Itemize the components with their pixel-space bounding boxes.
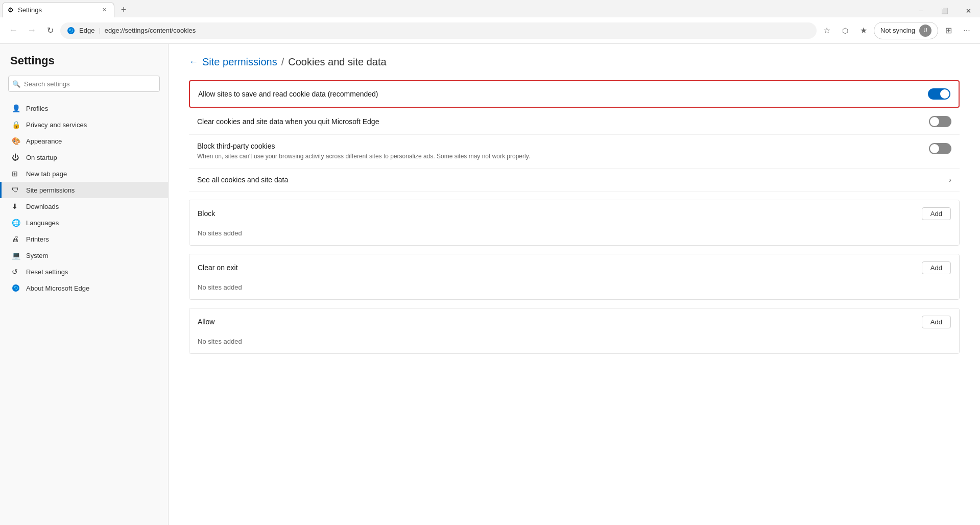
profiles-label: Profiles	[26, 105, 48, 112]
forward-button[interactable]: →	[23, 22, 40, 39]
favorites-button[interactable]: ☆	[819, 22, 835, 39]
sidebar-item-downloads[interactable]: ⬇ Downloads	[0, 198, 168, 214]
appearance-label: Appearance	[26, 137, 62, 145]
system-icon: 💻	[12, 251, 20, 259]
search-icon-sidebar: 🔍	[12, 80, 20, 88]
allow-add-button[interactable]: Add	[922, 316, 951, 328]
sidebar-item-about[interactable]: About Microsoft Edge	[0, 280, 168, 296]
svg-point-1	[12, 284, 19, 292]
reset-label: Reset settings	[26, 268, 68, 276]
see-all-cookies-row[interactable]: See all cookies and site data ›	[189, 169, 960, 192]
sidebar-item-printers[interactable]: 🖨 Printers	[0, 231, 168, 247]
printers-label: Printers	[26, 235, 49, 243]
minimize-button[interactable]: ─	[910, 2, 933, 19]
breadcrumb-back-button[interactable]: ←	[189, 57, 198, 67]
sidebar-item-reset[interactable]: ↺ Reset settings	[0, 264, 168, 280]
language-icon: 🌐	[12, 219, 20, 227]
maximize-button[interactable]: ⬜	[933, 2, 957, 19]
reload-button[interactable]: ↻	[42, 22, 58, 39]
sidebar-item-privacy[interactable]: 🔒 Privacy and services	[0, 116, 168, 133]
block-third-party-label: Block third-party cookies	[197, 142, 921, 150]
sidebar-item-profiles[interactable]: 👤 Profiles	[0, 100, 168, 116]
about-label: About Microsoft Edge	[26, 284, 89, 292]
system-label: System	[26, 252, 48, 259]
clear-on-exit-no-sites: No sites added	[189, 281, 959, 299]
sidebar-item-startup[interactable]: ⏻ On startup	[0, 149, 168, 165]
edge-small-icon	[12, 284, 20, 292]
site-permissions-label: Site permissions	[26, 186, 75, 194]
see-all-cookies-label: See all cookies and site data	[197, 176, 949, 184]
download-icon: ⬇	[12, 202, 20, 210]
address-bar[interactable]: Edge | edge://settings/content/cookies	[60, 22, 817, 39]
sidebar-item-languages[interactable]: 🌐 Languages	[0, 214, 168, 231]
avatar: U	[919, 25, 931, 37]
clear-on-exit-title: Clear on exit	[198, 264, 922, 272]
tab-close-button[interactable]: ✕	[100, 6, 109, 15]
screenshot-button[interactable]: ⬡	[837, 22, 853, 39]
allow-cookies-label: Allow sites to save and read cookie data…	[198, 90, 920, 98]
allow-cookies-row: Allow sites to save and read cookie data…	[189, 80, 960, 108]
sidebar-item-newtab[interactable]: ⊞ New tab page	[0, 165, 168, 182]
favorites-bar-button[interactable]: ★	[855, 22, 872, 39]
clear-cookies-toggle[interactable]	[929, 116, 951, 127]
allow-cookies-info: Allow sites to save and read cookie data…	[198, 90, 920, 98]
sidebar-item-system[interactable]: 💻 System	[0, 247, 168, 264]
address-browser-name: Edge	[79, 27, 94, 34]
search-settings-container: 🔍	[8, 76, 160, 92]
privacy-label: Privacy and services	[26, 121, 87, 129]
settings-title: Settings	[0, 54, 168, 76]
person-icon: 👤	[12, 104, 20, 112]
block-section-title: Block	[198, 209, 922, 218]
breadcrumb: ← Site permissions / Cookies and site da…	[189, 56, 960, 68]
allow-section-title: Allow	[198, 318, 922, 326]
clear-on-exit-add-button[interactable]: Add	[922, 261, 951, 274]
more-button[interactable]: ···	[959, 22, 975, 39]
brush-icon: 🎨	[12, 137, 20, 145]
block-section: Block Add No sites added	[189, 200, 960, 246]
sync-button[interactable]: Not syncing U	[874, 22, 938, 39]
breadcrumb-separator: /	[281, 56, 284, 68]
downloads-label: Downloads	[26, 203, 59, 210]
printer-icon: 🖨	[12, 235, 20, 243]
clear-cookies-row: Clear cookies and site data when you qui…	[189, 109, 960, 135]
sync-label: Not syncing	[880, 27, 915, 34]
grid-icon: ⊞	[12, 170, 20, 178]
extensions-button[interactable]: ⊞	[940, 22, 957, 39]
block-third-party-toggle[interactable]	[929, 143, 951, 154]
search-settings-input[interactable]	[8, 76, 160, 92]
block-third-party-desc: When on, sites can't use your browsing a…	[197, 152, 555, 161]
breadcrumb-current: Cookies and site data	[288, 56, 386, 68]
block-no-sites: No sites added	[189, 227, 959, 245]
settings-tab-title: Settings	[18, 6, 95, 14]
reset-icon: ↺	[12, 268, 20, 276]
block-third-party-info: Block third-party cookies When on, sites…	[197, 142, 921, 161]
clear-cookies-label: Clear cookies and site data when you qui…	[197, 117, 921, 126]
power-icon: ⏻	[12, 153, 20, 161]
startup-label: On startup	[26, 154, 57, 161]
address-separator: |	[99, 27, 100, 34]
shield-icon: 🛡	[12, 186, 20, 194]
sidebar-item-appearance[interactable]: 🎨 Appearance	[0, 133, 168, 149]
breadcrumb-link[interactable]: Site permissions	[202, 56, 277, 68]
block-add-button[interactable]: Add	[922, 207, 951, 220]
settings-tab-icon: ⚙	[8, 6, 14, 14]
edge-logo-icon	[67, 27, 75, 35]
address-url: edge://settings/content/cookies	[105, 27, 196, 34]
clear-on-exit-section: Clear on exit Add No sites added	[189, 254, 960, 300]
close-window-button[interactable]: ✕	[957, 2, 980, 19]
allow-no-sites: No sites added	[189, 336, 959, 353]
svg-point-0	[67, 27, 75, 34]
allow-section: Allow Add No sites added	[189, 308, 960, 354]
newtab-label: New tab page	[26, 170, 67, 178]
block-third-party-row: Block third-party cookies When on, sites…	[189, 135, 960, 169]
clear-cookies-info: Clear cookies and site data when you qui…	[197, 117, 921, 126]
new-tab-button[interactable]: +	[116, 3, 131, 17]
sidebar-item-site-permissions[interactable]: 🛡 Site permissions	[0, 182, 168, 198]
lock-icon: 🔒	[12, 121, 20, 129]
languages-label: Languages	[26, 219, 59, 227]
allow-cookies-toggle[interactable]	[928, 88, 950, 100]
arrow-right-icon: ›	[949, 176, 951, 184]
back-button[interactable]: ←	[5, 22, 21, 39]
